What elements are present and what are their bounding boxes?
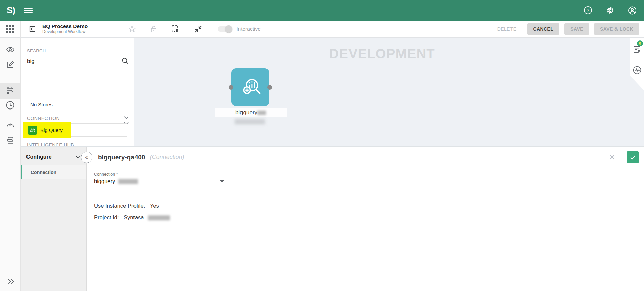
configure-chevron-down-icon[interactable] [76,155,81,159]
workflow-title: BQ Process Demo [42,23,88,29]
canvas-side-toolbar: 0 [630,38,644,90]
search-label: SEARCH [27,48,46,53]
notes-count-badge: 0 [637,40,643,46]
configure-label: Configure [26,154,52,160]
project-id-label: Project Id: [94,214,119,220]
marquee-select-icon[interactable] [171,24,180,34]
svg-text:?: ? [587,8,589,13]
data-stack-icon[interactable] [0,136,20,145]
check-icon [629,154,636,161]
unlocked-icon[interactable] [150,25,157,33]
instance-profile-value: Yes [150,203,159,209]
upper-region: SEARCH big STORE No Stores CONNECTION [21,38,644,146]
edit-compose-icon[interactable] [0,60,20,69]
view-eye-icon[interactable] [0,46,20,54]
help-icon[interactable]: ? [584,6,592,15]
bigquery-node[interactable] [231,68,269,106]
left-icon-rail [0,38,21,291]
exit-workflow-icon[interactable] [28,24,37,34]
monitor-gauge-icon[interactable] [0,120,20,128]
search-icon[interactable] [121,57,129,65]
redacted-text [118,179,138,184]
rail-divider [0,272,20,272]
redacted-subtext [235,119,265,124]
redacted-text [257,111,266,115]
connection-section-label: CONNECTION [27,116,60,121]
connection-chevron-down-icon[interactable] [124,116,129,120]
environment-watermark: DEVELOPMENT [134,46,630,61]
intelligence-hub-section-label: INTELLIGENCE HUB [27,142,74,146]
connection-field-label: Connection * [94,172,644,177]
tab-connection-label: Connection [31,170,56,175]
component-panel: SEARCH big STORE No Stores CONNECTION [21,38,134,146]
bigquery-node-icon [240,77,261,98]
favorite-star-icon[interactable] [128,25,137,33]
dropdown-caret-icon [220,180,224,183]
hamburger-menu-icon[interactable] [24,6,33,15]
apply-check-button[interactable] [627,151,639,163]
selected-node-type: (Connection) [150,154,184,161]
interactive-toggle[interactable] [218,26,232,32]
content-area: SEARCH big STORE No Stores CONNECTION [0,38,644,291]
instance-profile-label: Use Instance Profile: [94,203,145,209]
search-value: big [27,58,35,65]
apps-grid-icon [6,25,14,33]
instance-profile-row: Use Instance Profile: Yes [94,203,644,209]
app-header: S) ? [0,0,644,21]
save-lock-button[interactable]: SAVE & LOCK [594,23,639,35]
configure-section[interactable]: Configure [21,154,86,160]
node-label: bigquery [215,108,287,117]
connection-select[interactable]: bigquery [94,178,224,188]
interactive-label: Interactive [236,26,261,32]
big-query-label: Big Query [40,127,63,133]
node-input-port[interactable] [229,85,233,90]
workflow-subtitle: Development Workflow [42,29,88,35]
detail-header: « bigquery-qa400 (Connection) ✕ [87,147,644,168]
schedule-clock-icon[interactable] [0,101,20,110]
workflow-toolbar: BQ Process Demo Development Workflow Int… [0,21,644,38]
connection-select-value: bigquery [94,178,115,185]
activity-pulse-icon[interactable] [633,66,642,75]
save-button[interactable]: SAVE [564,23,589,35]
workflow-title-block: BQ Process Demo Development Workflow [42,23,88,35]
apps-grid-cell[interactable] [0,21,21,37]
process-flow-icon[interactable] [0,83,20,99]
expand-panel-icon[interactable] [0,277,20,285]
selected-node-title: bigquery-qa400 [98,154,145,161]
project-id-value: Syntasa [124,214,144,220]
redacted-text [148,215,170,220]
collapse-glyph: « [85,154,88,161]
property-panel: Configure Connection « bigquery-qa400 (C… [21,146,644,291]
search-input[interactable]: big [27,54,129,66]
project-id-row: Project Id: Syntasa [94,214,644,221]
detail-pane: « bigquery-qa400 (Connection) ✕ Connecti… [87,147,644,291]
tab-connection[interactable]: Connection [21,165,86,179]
big-query-list-item[interactable]: Big Query [25,123,127,137]
big-query-icon [28,126,37,135]
collapse-fit-icon[interactable] [194,24,203,34]
settings-gear-icon[interactable] [606,6,614,15]
workflow-canvas[interactable]: DEVELOPMENT bigquery [134,38,644,146]
main-column: SEARCH big STORE No Stores CONNECTION [21,38,644,291]
cancel-button[interactable]: CANCEL [527,23,560,35]
detail-form: Connection * bigquery Use Instance Profi… [87,168,644,221]
syntasa-logo: S) [5,5,17,16]
node-output-port[interactable] [267,85,272,90]
collapse-panel-button[interactable]: « [81,152,92,163]
account-icon[interactable] [628,6,637,15]
no-stores-text: No Stores [30,102,53,107]
close-icon[interactable]: ✕ [609,153,615,161]
toggle-knob [225,25,232,33]
configure-nav: Configure Connection [21,147,87,291]
delete-button[interactable]: DELETE [491,23,523,35]
